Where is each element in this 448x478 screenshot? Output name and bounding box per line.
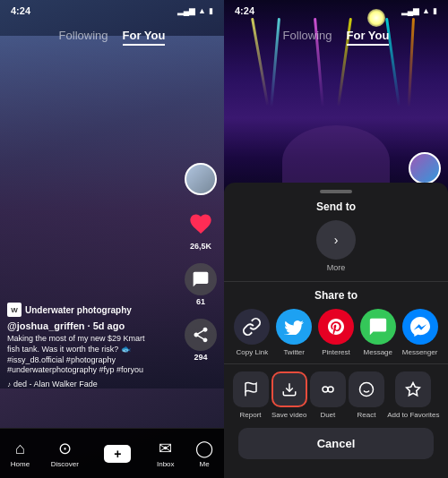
send-more-label: More xyxy=(327,263,346,272)
battery-icon: ▮ xyxy=(209,6,213,15)
tab-following-left[interactable]: Following xyxy=(59,29,108,46)
send-more-item[interactable]: › More xyxy=(316,220,356,272)
bottom-nav-left: ⌂ Home ⊙ Discover + ✉ Inbox ◯ Me xyxy=(0,428,224,478)
like-count: 26,5K xyxy=(190,242,211,251)
nav-discover[interactable]: ⊙ Discover xyxy=(51,439,79,468)
action-icons-row: Report Save video xyxy=(231,371,441,419)
nav-tabs-right: Following For You xyxy=(224,21,448,53)
tab-foryou-right[interactable]: For You xyxy=(347,29,390,46)
discover-label: Discover xyxy=(51,460,79,468)
add-button[interactable]: + xyxy=(99,442,135,465)
battery-icon-right: ▮ xyxy=(433,6,437,15)
nav-home[interactable]: ⌂ Home xyxy=(11,440,30,468)
inbox-label: Inbox xyxy=(157,460,175,468)
action-report[interactable]: Report xyxy=(233,371,269,419)
svg-point-3 xyxy=(328,387,333,392)
wifi-icon: ▲ xyxy=(198,6,206,15)
svg-point-2 xyxy=(323,387,328,392)
action-duet[interactable]: Duet xyxy=(310,371,346,419)
duet-icon-box xyxy=(310,371,346,407)
time-right: 4:24 xyxy=(235,5,254,16)
comment-button[interactable]: 61 xyxy=(185,263,217,306)
inbox-icon: ✉ xyxy=(159,439,172,458)
home-label: Home xyxy=(11,460,30,468)
signal-icon: ▂▄▆ xyxy=(177,6,195,15)
pinterest-icon xyxy=(318,309,354,345)
nav-tabs-left: Following For You xyxy=(0,21,224,53)
me-label: Me xyxy=(200,460,210,468)
channel-label: Underwater photography xyxy=(25,305,132,315)
share-twitter[interactable]: Twitter xyxy=(276,309,312,356)
signal-icon-right: ▂▄▆ xyxy=(401,6,419,15)
favorites-label: Add to Favorites xyxy=(387,411,439,419)
action-favorites[interactable]: Add to Favorites xyxy=(387,371,439,419)
me-icon: ◯ xyxy=(195,439,213,458)
nav-me[interactable]: ◯ Me xyxy=(195,439,213,468)
chevron-right-icon: › xyxy=(334,233,339,247)
share-sheet: Send to › More Share to xyxy=(224,183,448,478)
twitter-icon xyxy=(276,309,312,345)
message-label: Message xyxy=(364,348,392,356)
status-icons-left: ▂▄▆ ▲ ▮ xyxy=(177,6,213,15)
tab-foryou-left[interactable]: For You xyxy=(123,29,166,46)
share-button-left[interactable]: 294 xyxy=(185,319,217,362)
action-react[interactable]: React xyxy=(349,371,384,419)
svg-marker-7 xyxy=(407,383,420,396)
nav-inbox[interactable]: ✉ Inbox xyxy=(157,439,175,468)
action-items-section: Report Save video xyxy=(224,366,448,423)
wifi-icon-right: ▲ xyxy=(422,6,430,15)
divider-1 xyxy=(224,281,448,282)
messenger-icon xyxy=(402,309,438,345)
music-text: ded - Alan Walker Fade xyxy=(13,380,98,388)
status-bar-left: 4:24 ▂▄▆ ▲ ▮ xyxy=(0,0,224,21)
share-copy-link[interactable]: Copy Link xyxy=(234,309,270,356)
share-icons-row: Copy Link Twitter xyxy=(231,309,441,356)
svg-point-4 xyxy=(359,383,373,397)
right-panel: 4:24 ▂▄▆ ▲ ▮ Following For You Send to ›… xyxy=(224,0,448,478)
status-icons-right: ▂▄▆ ▲ ▮ xyxy=(401,6,437,15)
channel-badge: W xyxy=(7,303,22,317)
time-left: 4:24 xyxy=(11,5,30,16)
send-to-section: Send to › More xyxy=(224,197,448,279)
twitter-label: Twitter xyxy=(283,348,305,356)
add-plus-icon: + xyxy=(104,445,131,463)
nav-add[interactable]: + xyxy=(99,442,135,465)
duet-label: Duet xyxy=(320,411,335,419)
right-avatar xyxy=(409,152,441,184)
message-icon xyxy=(360,309,396,345)
action-save-video[interactable]: Save video xyxy=(271,371,307,419)
tab-following-right[interactable]: Following xyxy=(283,29,332,46)
copy-link-icon xyxy=(234,309,270,345)
home-icon: ⌂ xyxy=(15,440,25,458)
share-icon xyxy=(185,319,217,351)
channel-row: W Underwater photography xyxy=(7,303,179,317)
left-panel: 4:24 ▂▄▆ ▲ ▮ Following For You 26,5K xyxy=(0,0,224,478)
send-to-title: Send to xyxy=(238,201,434,213)
avatar[interactable] xyxy=(185,163,217,195)
send-more-circle: › xyxy=(316,220,356,260)
description: Making the most of my new $29 Kmartfish … xyxy=(7,334,179,376)
like-button[interactable]: 26,5K xyxy=(185,208,217,251)
video-info: W Underwater photography @joshua_griffen… xyxy=(7,303,179,388)
status-bar-right: 4:24 ▂▄▆ ▲ ▮ xyxy=(224,0,448,21)
share-pinterest[interactable]: Pinterest xyxy=(318,309,354,356)
favorites-icon-box xyxy=(395,371,431,407)
pinterest-label: Pinterest xyxy=(322,348,350,356)
drag-handle xyxy=(320,190,352,193)
share-to-section: Share to Copy Link xyxy=(224,284,448,362)
music-row: ♪ ded - Alan Walker Fade xyxy=(7,380,179,388)
music-icon: ♪ xyxy=(7,380,11,388)
username[interactable]: @joshua_griffen · 5d ago xyxy=(7,320,179,331)
share-count: 294 xyxy=(194,353,207,362)
save-video-icon-box xyxy=(271,371,307,407)
react-label: React xyxy=(358,411,376,419)
send-to-row: › More xyxy=(238,220,434,272)
share-to-title: Share to xyxy=(231,289,441,302)
share-messenger[interactable]: Messenger xyxy=(402,309,438,356)
report-icon-box xyxy=(233,371,269,407)
save-video-label: Save video xyxy=(271,411,307,419)
copy-link-label: Copy Link xyxy=(237,348,269,356)
share-message[interactable]: Message xyxy=(360,309,396,356)
discover-icon: ⊙ xyxy=(58,439,72,458)
cancel-button[interactable]: Cancel xyxy=(238,428,434,459)
